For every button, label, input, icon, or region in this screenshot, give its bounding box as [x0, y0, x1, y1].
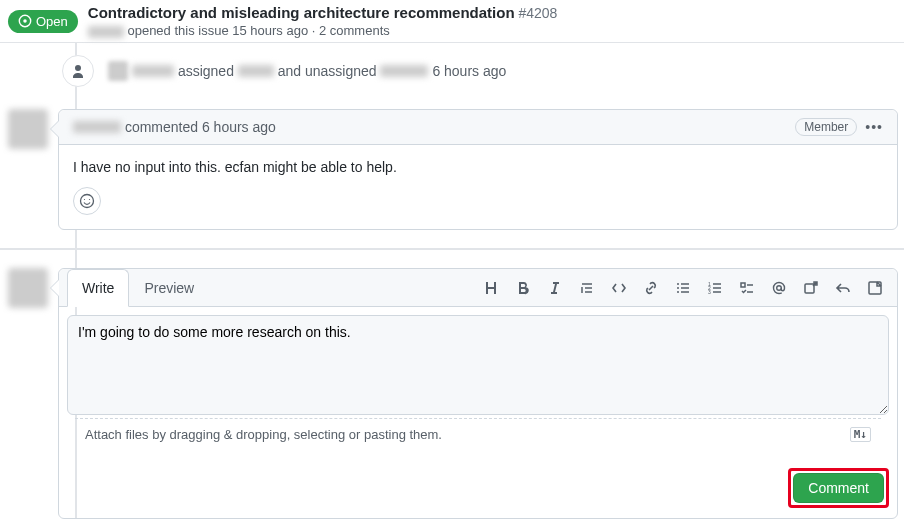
issue-header: Open Contradictory and misleading archit…	[0, 0, 904, 43]
status-text: Open	[36, 14, 68, 29]
bold-icon[interactable]	[515, 280, 531, 296]
attach-hint[interactable]: Attach files by dragging & dropping, sel…	[75, 418, 881, 450]
svg-point-5	[677, 283, 679, 285]
code-icon[interactable]	[611, 280, 627, 296]
svg-rect-11	[741, 283, 745, 287]
svg-point-7	[677, 291, 679, 293]
person-icon	[62, 55, 94, 87]
tab-write[interactable]: Write	[67, 269, 129, 307]
italic-icon[interactable]	[547, 280, 563, 296]
heading-icon[interactable]	[483, 280, 499, 296]
svg-point-4	[89, 199, 90, 200]
comment: commented 6 hours ago Member ••• I have …	[58, 109, 898, 230]
kebab-icon[interactable]: •••	[865, 119, 883, 135]
cross-reference-icon[interactable]	[803, 280, 819, 296]
quote-icon[interactable]	[579, 280, 595, 296]
tab-preview[interactable]: Preview	[129, 269, 209, 307]
timeline-assigned: assigned and unassigned 6 hours ago	[58, 43, 898, 99]
comment-header: commented 6 hours ago Member •••	[59, 110, 897, 145]
svg-text:3: 3	[708, 289, 711, 295]
avatar[interactable]	[108, 61, 128, 81]
avatar[interactable]	[8, 109, 48, 149]
issue-title[interactable]: Contradictory and misleading architectur…	[88, 4, 515, 21]
svg-point-3	[84, 199, 85, 200]
divider	[0, 248, 904, 250]
svg-point-1	[23, 19, 27, 23]
comment-time[interactable]: commented 6 hours ago	[125, 119, 276, 135]
list-ul-icon[interactable]	[675, 280, 691, 296]
issue-subhead: opened this issue 15 hours ago · 2 comme…	[88, 23, 896, 38]
svg-point-2	[81, 195, 94, 208]
tasklist-icon[interactable]	[739, 280, 755, 296]
link-icon[interactable]	[643, 280, 659, 296]
reply-icon[interactable]	[835, 280, 851, 296]
svg-point-6	[677, 287, 679, 289]
issue-title-row: Contradictory and misleading architectur…	[88, 4, 896, 21]
highlight-box: Comment	[788, 468, 889, 508]
add-reaction-button[interactable]	[73, 187, 101, 215]
mention-icon[interactable]	[771, 280, 787, 296]
comment-body-text: I have no input into this. ecfan might b…	[73, 159, 883, 175]
member-badge: Member	[795, 118, 857, 136]
compose-tabs: Write Preview 123	[59, 269, 897, 307]
saved-replies-icon[interactable]	[867, 280, 883, 296]
smiley-icon	[79, 193, 95, 209]
timeline-time[interactable]: 6 hours ago	[432, 63, 506, 79]
md-toolbar: 123	[483, 280, 889, 296]
issue-open-icon	[18, 14, 32, 28]
list-ol-icon[interactable]: 123	[707, 280, 723, 296]
markdown-icon[interactable]: M↓	[850, 427, 871, 442]
status-badge: Open	[8, 10, 78, 33]
comment-textarea[interactable]: I'm going to do some more research on th…	[67, 315, 889, 415]
comment-button[interactable]: Comment	[793, 473, 884, 503]
issue-number: #4208	[518, 5, 557, 21]
avatar[interactable]	[8, 268, 48, 308]
compose-comment: Write Preview 123	[58, 268, 898, 519]
